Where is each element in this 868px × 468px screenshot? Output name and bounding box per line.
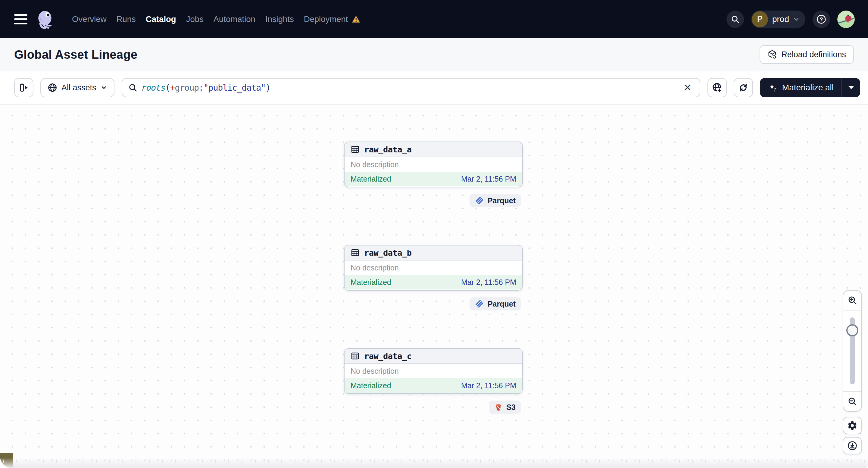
search-input[interactable]: roots(+group:"public_data") ✕	[122, 78, 700, 97]
lineage-canvas[interactable]: raw_data_a No description Materialized M…	[0, 104, 868, 468]
asset-status-row: Materialized Mar 2, 11:56 PM	[345, 378, 522, 393]
question-icon: ?	[816, 14, 827, 24]
asset-filter-dropdown[interactable]: All assets	[40, 78, 115, 97]
asset-status-row: Materialized Mar 2, 11:56 PM	[345, 171, 522, 186]
zoom-out-icon	[847, 397, 857, 406]
svg-text:?: ?	[819, 16, 823, 22]
asset-description: No description	[345, 260, 522, 275]
reload-definitions-label: Reload definitions	[781, 50, 846, 59]
query-function: roots	[142, 83, 165, 93]
nav-item-insights[interactable]: Insights	[265, 14, 294, 24]
query-plus: +	[170, 83, 175, 93]
table-icon	[350, 351, 360, 361]
asset-node-group: raw_data_a No description Materialized M…	[344, 142, 523, 207]
asset-tag-row: Parquet	[344, 194, 523, 207]
user-avatar[interactable]	[837, 10, 855, 28]
navbar-right: P prod ?	[726, 10, 855, 28]
kind-tag-s3[interactable]: S3	[489, 401, 521, 414]
kind-tag-label: Parquet	[488, 196, 516, 205]
top-navbar: Overview Runs Catalog Jobs Automation In…	[0, 0, 868, 38]
asset-node-group: raw_data_c No description Materialized M…	[344, 348, 523, 414]
nav-item-automation[interactable]: Automation	[214, 14, 255, 24]
bottom-tick-row	[3, 460, 865, 463]
table-icon	[350, 248, 360, 257]
materialization-timestamp[interactable]: Mar 2, 11:56 PM	[461, 278, 516, 287]
asset-node-raw-data-c[interactable]: raw_data_c No description Materialized M…	[344, 348, 523, 394]
asset-tag-row: S3	[344, 401, 523, 414]
zoom-in-button[interactable]	[843, 291, 861, 310]
table-icon	[350, 145, 360, 154]
query-attribute: group:	[175, 83, 204, 93]
deployment-switcher[interactable]: P prod	[751, 10, 805, 28]
chevron-down-icon	[101, 84, 107, 91]
zoom-slider-thumb[interactable]	[846, 324, 858, 336]
kind-tag-parquet[interactable]: Parquet	[469, 297, 521, 311]
nav-item-overview[interactable]: Overview	[72, 14, 106, 24]
query-value: "public_data"	[204, 83, 266, 93]
status-badge: Materialized	[350, 381, 391, 390]
globe-icon	[48, 83, 57, 92]
asset-card-header: raw_data_c	[345, 349, 522, 364]
bottom-fade	[0, 458, 868, 468]
asset-description: No description	[345, 364, 522, 378]
download-icon	[847, 441, 858, 451]
query-paren-open: (	[165, 83, 170, 93]
kind-tag-label: S3	[506, 403, 516, 412]
nav-items: Overview Runs Catalog Jobs Automation In…	[72, 14, 361, 24]
deployment-initial-badge: P	[752, 11, 768, 27]
chevron-down-icon	[793, 15, 800, 23]
menu-icon[interactable]	[14, 14, 27, 24]
zoom-controls-panel	[843, 290, 862, 412]
open-panel-button[interactable]	[14, 78, 33, 97]
asset-description: No description	[345, 157, 522, 171]
warning-icon	[351, 15, 361, 24]
help-button[interactable]: ?	[813, 10, 830, 28]
reload-definitions-button[interactable]: Reload definitions	[760, 45, 854, 64]
search-icon	[128, 83, 137, 92]
asset-node-raw-data-b[interactable]: raw_data_b No description Materialized M…	[344, 245, 523, 291]
nav-item-catalog[interactable]: Catalog	[146, 14, 176, 24]
refresh-button[interactable]	[734, 78, 753, 97]
view-full-graph-button[interactable]	[708, 78, 727, 97]
lineage-toolbar: All assets roots(+group:"public_data") ✕	[0, 71, 868, 104]
materialize-all-button[interactable]: Materialize all	[760, 78, 841, 97]
search-icon	[731, 15, 740, 24]
zoom-in-icon	[847, 295, 857, 305]
parquet-icon	[475, 196, 484, 205]
kind-tag-label: Parquet	[488, 300, 516, 308]
asset-tag-row: Parquet	[344, 297, 523, 311]
zoom-slider[interactable]	[843, 311, 861, 391]
materialization-timestamp[interactable]: Mar 2, 11:56 PM	[461, 381, 516, 390]
asset-node-raw-data-a[interactable]: raw_data_a No description Materialized M…	[344, 142, 523, 187]
page-title: Global Asset Lineage	[14, 48, 137, 61]
materialize-options-button[interactable]	[841, 78, 860, 97]
search-button[interactable]	[726, 10, 744, 28]
clear-search-button[interactable]: ✕	[681, 81, 694, 94]
corner-accent	[0, 453, 13, 468]
caret-down-icon	[848, 86, 855, 90]
s3-icon	[494, 403, 503, 411]
deployment-name: prod	[772, 14, 789, 24]
status-badge: Materialized	[350, 175, 391, 183]
panel-expand-icon	[19, 83, 29, 93]
nav-item-runs[interactable]: Runs	[117, 14, 136, 24]
globe-plus-icon	[712, 83, 722, 93]
materialization-timestamp[interactable]: Mar 2, 11:56 PM	[461, 175, 516, 183]
search-query: roots(+group:"public_data")	[142, 83, 271, 93]
nav-item-deployment[interactable]: Deployment	[304, 14, 361, 24]
dagster-logo[interactable]	[35, 8, 55, 30]
download-image-button[interactable]	[843, 437, 862, 455]
materialize-all-label: Materialize all	[782, 83, 834, 92]
graph-settings-button[interactable]	[843, 417, 862, 434]
nav-item-jobs[interactable]: Jobs	[186, 14, 204, 24]
page-header: Global Asset Lineage Reload definitions	[0, 38, 868, 71]
zoom-out-button[interactable]	[843, 392, 861, 411]
asset-name: raw_data_c	[364, 351, 412, 361]
app-window: Overview Runs Catalog Jobs Automation In…	[0, 0, 868, 468]
gear-icon	[847, 420, 858, 431]
sparkles-icon	[768, 83, 778, 93]
asset-filter-label: All assets	[61, 83, 96, 92]
asset-card-header: raw_data_a	[345, 142, 522, 157]
kind-tag-parquet[interactable]: Parquet	[469, 194, 521, 207]
query-paren-close: )	[266, 83, 271, 93]
